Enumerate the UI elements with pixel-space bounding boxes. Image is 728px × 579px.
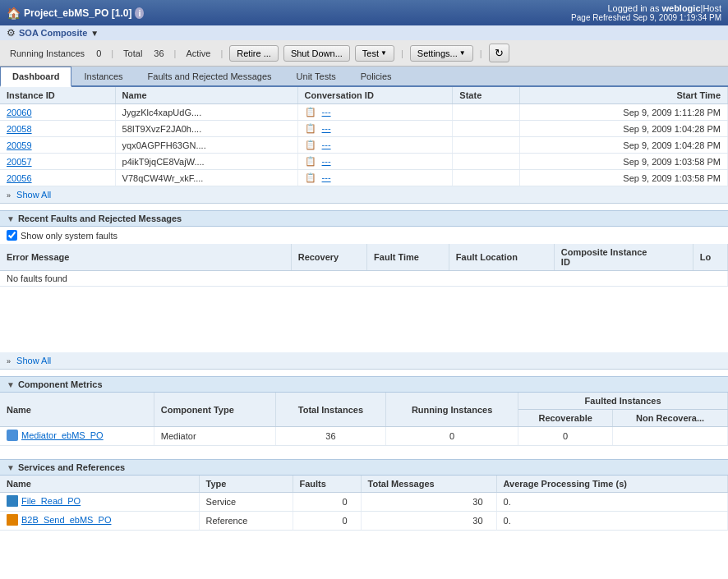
running-instances-count: 0 — [93, 47, 104, 60]
tab-policies[interactable]: Policies — [348, 67, 404, 85]
services-section-header[interactable]: ▼ Services and References — [0, 459, 728, 476]
instance-id-cell[interactable]: 20056 — [0, 170, 115, 186]
start-time-cell: Sep 9, 2009 1:03:58 PM — [520, 154, 728, 170]
col-non-recoverable: Non Recovera... — [613, 410, 728, 427]
instance-id-cell[interactable]: 20060 — [0, 104, 115, 121]
total-messages-cell: 30 — [361, 493, 496, 512]
col-recovery: Recovery — [291, 244, 366, 271]
soa-composite-label[interactable]: SOA Composite — [19, 28, 87, 38]
test-dropdown-arrow: ▼ — [380, 49, 387, 57]
shutdown-button[interactable]: Shut Down... — [283, 45, 350, 62]
service-name-cell[interactable]: File_Read_PO — [0, 493, 199, 512]
tab-instances[interactable]: Instances — [71, 67, 135, 85]
service-icon — [7, 495, 18, 507]
state-cell — [453, 121, 520, 137]
col-recoverable: Recoverable — [518, 410, 613, 427]
faults-chevron-icon: » — [7, 357, 11, 365]
settings-dropdown-arrow: ▼ — [459, 49, 466, 57]
type-cell: Reference — [199, 512, 293, 531]
settings-label: Settings... — [417, 48, 458, 58]
state-cell — [453, 154, 520, 170]
avg-processing-cell: 0. — [496, 512, 727, 531]
metrics-collapse-icon: ▼ — [7, 380, 15, 389]
show-all-link[interactable]: Show All — [16, 190, 51, 200]
col-log: Lo — [693, 244, 727, 271]
col-instance-id: Instance ID — [0, 87, 115, 104]
col-start-time: Start Time — [520, 87, 728, 104]
active-label: Active — [182, 47, 214, 60]
tab-unit-tests[interactable]: Unit Tests — [284, 67, 348, 85]
test-button[interactable]: Test ▼ — [355, 45, 394, 62]
metrics-title: Component Metrics — [18, 379, 103, 389]
component-type-cell: Mediator — [154, 427, 275, 446]
col-fault-location: Fault Location — [449, 244, 554, 271]
running-cell: 0 — [386, 427, 518, 446]
total-cell: 36 — [275, 427, 385, 446]
host-label: Host — [703, 3, 721, 13]
no-faults-row: No faults found — [0, 271, 728, 287]
instance-id-cell[interactable]: 20059 — [0, 137, 115, 154]
no-faults-text: No faults found — [0, 271, 728, 287]
col-faults: Faults — [293, 476, 361, 493]
col-component-type: Component Type — [154, 393, 275, 427]
services-table: Name Type Faults Total Messages Average … — [0, 476, 728, 531]
state-cell — [453, 137, 520, 154]
non-recoverable-cell — [613, 427, 728, 446]
retire-button[interactable]: Retire ... — [229, 45, 279, 62]
type-cell: Service — [199, 493, 293, 512]
col-fault-time: Fault Time — [367, 244, 449, 271]
col-type: Type — [199, 476, 293, 493]
faults-show-all-link[interactable]: Show All — [16, 356, 51, 365]
start-time-cell: Sep 9, 2009 1:04:28 PM — [520, 121, 728, 137]
conv-cell: 📋 --- — [297, 104, 453, 121]
chevron-right-icon: » — [7, 191, 11, 200]
col-avg-processing: Average Processing Time (s) — [496, 476, 727, 493]
metrics-name-cell[interactable]: Mediator_ebMS_PO — [0, 427, 154, 446]
col-conversation-id: Conversation ID — [297, 87, 453, 104]
login-info: Logged in as weblogic|Host — [571, 3, 721, 13]
dropdown-icon[interactable]: ▼ — [90, 29, 99, 38]
name-cell: V78qCW4Wr_xkF.... — [115, 170, 297, 186]
name-cell: 58IT9XvzF2JA0h.... — [115, 121, 297, 137]
total-label: Total — [120, 47, 145, 60]
state-cell — [453, 104, 520, 121]
instance-id-cell[interactable]: 20058 — [0, 121, 115, 137]
toolbar: Running Instances 0 | Total 36 | Active … — [0, 40, 728, 67]
col-total-messages: Total Messages — [361, 476, 496, 493]
table-row: 20058 58IT9XvzF2JA0h.... 📋 --- Sep 9, 20… — [0, 121, 728, 137]
recoverable-cell: 0 — [518, 427, 613, 446]
table-row: Mediator_ebMS_PO Mediator 36 0 0 — [0, 427, 728, 446]
instance-id-cell[interactable]: 20057 — [0, 154, 115, 170]
system-faults-checkbox[interactable] — [7, 230, 17, 241]
tab-faults[interactable]: Faults and Rejected Messages — [136, 67, 284, 85]
total-count: 36 — [150, 47, 167, 60]
conv-cell: 📋 --- — [297, 137, 453, 154]
refresh-timestamp: Page Refreshed Sep 9, 2009 1:19:34 PM — [571, 13, 721, 22]
metrics-table: Name Component Type Total Instances Runn… — [0, 393, 728, 446]
list-item: B2B_Send_ebMS_PO Reference 0 30 0. — [0, 512, 728, 531]
services-collapse-icon: ▼ — [7, 463, 15, 472]
header-right: Logged in as weblogic|Host Page Refreshe… — [571, 3, 721, 22]
system-faults-label: Show only system faults — [21, 231, 117, 241]
faults-section-header[interactable]: ▼ Recent Faults and Rejected Messages — [0, 210, 728, 227]
avg-processing-cell: 0. — [496, 493, 727, 512]
conv-cell: 📋 --- — [297, 121, 453, 137]
table-row: 20056 V78qCW4Wr_xkF.... 📋 --- Sep 9, 200… — [0, 170, 728, 186]
services-title: Services and References — [18, 462, 125, 472]
col-name: Name — [115, 87, 297, 104]
service-name-cell[interactable]: B2B_Send_ebMS_PO — [0, 512, 199, 531]
conv-cell: 📋 --- — [297, 170, 453, 186]
faults-title: Recent Faults and Rejected Messages — [18, 214, 182, 223]
faults-show-all[interactable]: » Show All — [0, 352, 728, 370]
running-instances-label: Running Instances — [7, 47, 88, 60]
instances-show-all[interactable]: » Show All — [0, 186, 728, 204]
metrics-section-header[interactable]: ▼ Component Metrics — [0, 376, 728, 393]
tab-dashboard[interactable]: Dashboard — [0, 67, 71, 87]
refresh-button[interactable]: ↻ — [489, 44, 509, 62]
info-icon[interactable]: i — [135, 7, 144, 19]
settings-button[interactable]: Settings... ▼ — [410, 45, 473, 62]
table-row: 20057 p4ikT9jqCE8VajW.... 📋 --- Sep 9, 2… — [0, 154, 728, 170]
col-running-instances: Running Instances — [386, 393, 518, 427]
faults-spacer — [0, 287, 728, 352]
app-title-text: Project_ebMS_PO [1.0] — [24, 7, 131, 19]
